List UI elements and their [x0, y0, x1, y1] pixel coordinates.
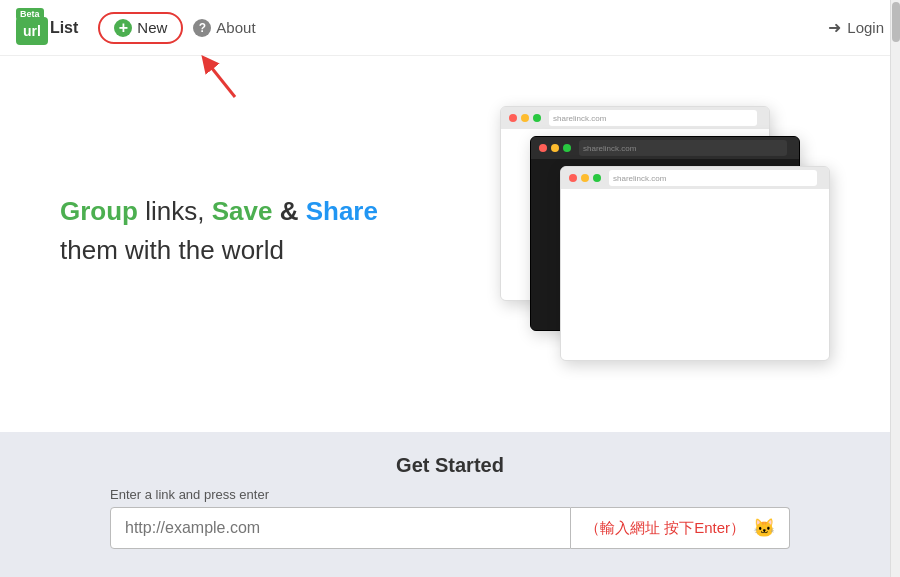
- hero-text: Group links, Save & Share them with the …: [60, 192, 500, 270]
- hero-headline: Group links, Save & Share them with the …: [60, 192, 500, 270]
- plus-icon: +: [114, 19, 132, 37]
- dot-yellow-back: [521, 114, 529, 122]
- hero-word-links: links,: [138, 196, 212, 226]
- browser-content-front: [561, 189, 829, 361]
- beta-badge: Beta: [16, 8, 44, 20]
- login-link[interactable]: ➜ Login: [828, 18, 884, 37]
- browser-window-front: sharelinck.com: [560, 166, 830, 361]
- logo-url-box: url: [16, 17, 48, 45]
- titlebar-mid: sharelinck.com: [531, 137, 799, 159]
- hero-word-share: Share: [306, 196, 378, 226]
- hero-ampersand: &: [272, 196, 305, 226]
- get-started-section: Get Started Enter a link and press enter…: [0, 432, 900, 577]
- hero-word-group: Group: [60, 196, 138, 226]
- svg-line-1: [207, 62, 235, 97]
- addressbar-mid: sharelinck.com: [579, 140, 787, 156]
- about-label: About: [216, 19, 255, 36]
- arrow-annotation: [195, 52, 245, 106]
- url-input[interactable]: [110, 507, 571, 549]
- titlebar-front: sharelinck.com: [561, 167, 829, 189]
- browser-mockup: sharelinck.com sharelinck.com: [500, 106, 840, 356]
- get-started-title: Get Started: [0, 454, 900, 477]
- navbar: Beta url List + New ? About ➜ Login: [0, 0, 900, 56]
- scrollbar[interactable]: [890, 0, 900, 577]
- hero-line2: them with the world: [60, 235, 284, 265]
- about-link[interactable]: ? About: [193, 19, 255, 37]
- dot-green-mid: [563, 144, 571, 152]
- titlebar-back: sharelinck.com: [501, 107, 769, 129]
- dot-red-back: [509, 114, 517, 122]
- new-button[interactable]: + New: [98, 12, 183, 44]
- addressbar-back: sharelinck.com: [549, 110, 757, 126]
- login-label: Login: [847, 19, 884, 36]
- dot-green-front: [593, 174, 601, 182]
- login-arrow-icon: ➜: [828, 18, 841, 37]
- input-annotation: （輸入網址 按下Enter） 🐱: [571, 507, 790, 549]
- scrollbar-thumb[interactable]: [892, 2, 900, 42]
- new-button-label: New: [137, 19, 167, 36]
- input-row: （輸入網址 按下Enter） 🐱: [100, 507, 800, 549]
- logo-list-text: List: [50, 19, 78, 37]
- dot-yellow-mid: [551, 144, 559, 152]
- question-icon: ?: [193, 19, 211, 37]
- dot-green-back: [533, 114, 541, 122]
- cat-icon: 🐱: [753, 517, 775, 539]
- input-label: Enter a link and press enter: [100, 487, 800, 502]
- hero-section: Group links, Save & Share them with the …: [0, 56, 900, 386]
- annotation-text: （輸入網址 按下Enter）: [585, 519, 745, 538]
- dot-yellow-front: [581, 174, 589, 182]
- dot-red-front: [569, 174, 577, 182]
- addressbar-front: sharelinck.com: [609, 170, 817, 186]
- dot-red-mid: [539, 144, 547, 152]
- hero-word-save: Save: [212, 196, 273, 226]
- logo-wrapper: Beta url List: [16, 11, 78, 45]
